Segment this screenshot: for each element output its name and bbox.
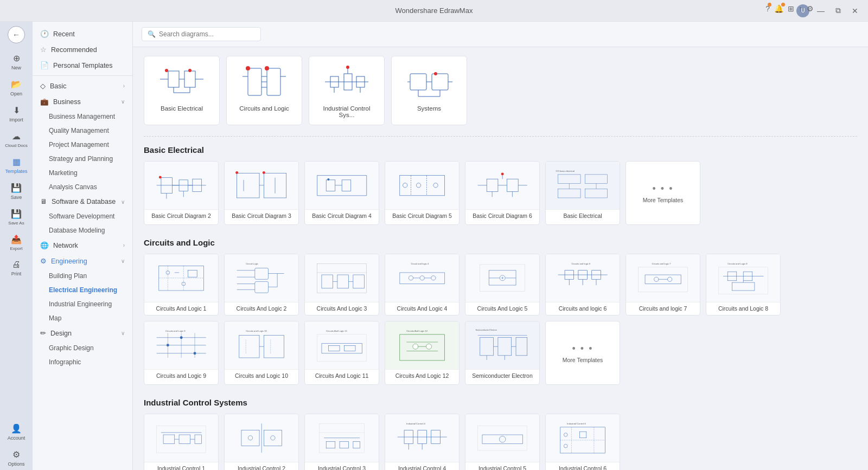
section-title-industrial: Industrial Control Systems: [144, 398, 857, 407]
nav-personal-templates[interactable]: 📄 Personal Templates: [33, 57, 132, 73]
nav-network-group[interactable]: 🌐 Network ›: [33, 237, 132, 253]
template-thumb-bcd2: [144, 162, 218, 209]
sidebar-item-options[interactable]: ⚙ Options: [0, 446, 33, 470]
template-card-cal10[interactable]: Circuits and Logic 10 Circuits and Logic…: [224, 321, 299, 385]
template-label-cal9: Circuits and Logic 9: [144, 369, 218, 382]
template-card-bcd5[interactable]: Basic Circuit Diagram 5: [385, 161, 459, 225]
back-button[interactable]: ←: [8, 26, 25, 43]
minimize-button[interactable]: —: [814, 5, 828, 16]
sidebar-item-account[interactable]: 👤 Account: [0, 420, 33, 444]
template-card-cal12[interactable]: Circuits And Logic 12 Circuits And Logic…: [385, 321, 459, 385]
sidebar-item-open[interactable]: 📂 Open: [0, 76, 33, 100]
template-card-bcd2[interactable]: Basic Circuit Diagram 2: [144, 161, 219, 225]
search-icon: 🔍: [148, 30, 156, 38]
template-card-be[interactable]: CO basic electrical Basic Electrical: [545, 161, 620, 225]
template-label-bcd2: Basic Circuit Diagram 2: [144, 209, 218, 222]
nav-database-modeling[interactable]: Database Modeling: [33, 223, 132, 237]
business-chevron: ∨: [121, 99, 125, 105]
category-card-systems[interactable]: Systems: [391, 56, 467, 125]
category-card-basic-electrical[interactable]: Basic Electrical: [144, 56, 220, 125]
app-body: ← ⊕ New 📂 Open ⬇ Import ☁ Cloud Docs ▦ T…: [0, 22, 868, 470]
svg-rect-57: [342, 180, 351, 191]
svg-point-141: [667, 277, 672, 281]
template-thumb-be: CO basic electrical: [546, 162, 620, 209]
nav-quality-management[interactable]: Quality Management: [33, 124, 132, 138]
nav-strategy-planning[interactable]: Strategy and Planning: [33, 152, 132, 166]
template-card-cal6[interactable]: Circuits and logic 6 Circuits and logic …: [545, 254, 620, 316]
sidebar-item-print[interactable]: 🖨 Print: [0, 256, 33, 280]
template-card-bcd3[interactable]: Basic Circuit Diagram 3: [224, 161, 299, 225]
close-button[interactable]: ✕: [848, 5, 861, 16]
sidebar-item-cloud[interactable]: ☁ Cloud Docs: [0, 128, 33, 151]
sidebar-item-saveas[interactable]: 💾 Save As: [0, 205, 33, 229]
nav-business-management[interactable]: Business Management: [33, 110, 132, 124]
template-card-bcd4[interactable]: Basic Circuit Diagram 4: [304, 161, 379, 225]
template-card-ics1[interactable]: Industrial Control 1: [144, 414, 219, 470]
maximize-button[interactable]: ⧉: [832, 5, 844, 16]
nav-recent[interactable]: 🕐 Recent: [33, 26, 132, 42]
template-card-semi[interactable]: Semiconducter Electron S: [465, 321, 540, 385]
template-card-ics6[interactable]: Industrial Control 6 Industrial Control …: [545, 414, 620, 470]
nav-project-management[interactable]: Project Management: [33, 138, 132, 152]
template-card-cal9[interactable]: Circuits and Logic 9: [144, 321, 219, 385]
recommended-icon: ☆: [40, 46, 47, 54]
template-card-bcd6[interactable]: Basic Circuit Diagram 6: [465, 161, 540, 225]
template-card-cal7[interactable]: Circuits and logic 7 Cir: [626, 254, 700, 316]
nav-engineering-group[interactable]: ⚙ Engineering ∨: [33, 253, 132, 269]
svg-rect-148: [732, 282, 754, 291]
sidebar-item-new[interactable]: ⊕ New: [0, 50, 33, 74]
svg-point-42: [159, 176, 162, 178]
template-card-cal2[interactable]: Circuit Logic: [224, 254, 299, 316]
template-card-cal4[interactable]: Circuit and logic 4: [385, 254, 459, 316]
svg-point-63: [403, 183, 407, 187]
design-icon: ✏: [40, 329, 46, 337]
template-label-ics3: Industrial Control 3: [305, 462, 379, 470]
category-label-basic-electrical: Basic Electrical: [161, 105, 203, 112]
sidebar-item-export[interactable]: 📤 Export: [0, 231, 33, 254]
category-label-industrial: Industrial Control Sys...: [316, 105, 378, 118]
category-card-industrial[interactable]: Industrial Control Sys...: [309, 56, 385, 125]
template-card-ics3[interactable]: Industrial Control 3: [304, 414, 379, 470]
nav-design-group[interactable]: ✏ Design ∨: [33, 325, 132, 341]
nav-industrial-engineering[interactable]: Industrial Engineering: [33, 297, 132, 311]
sidebar-item-save[interactable]: 💾 Save: [0, 179, 33, 203]
template-card-cal11[interactable]: Circuits And Logic 11 Circuits And Logic: [304, 321, 379, 385]
nav-map[interactable]: Map: [33, 311, 132, 325]
svg-rect-161: [239, 335, 259, 357]
design-chevron: ∨: [121, 330, 125, 336]
category-card-circuits-logic[interactable]: Circuits and Logic: [226, 56, 302, 125]
template-card-cal5[interactable]: Circuits And Logic 5: [465, 254, 540, 316]
more-templates-basic[interactable]: • • • More Templates: [626, 161, 700, 225]
category-label-systems: Systems: [417, 105, 441, 112]
template-card-cal8[interactable]: Circuits and Logic 8 Circuits and Logic …: [706, 254, 781, 316]
nav-software-group[interactable]: 🖥 Software & Database ∨: [33, 194, 132, 209]
svg-rect-78: [558, 189, 580, 198]
more-templates-circuits[interactable]: • • • More Templates: [545, 321, 620, 385]
search-input[interactable]: [159, 30, 255, 38]
template-card-ics4[interactable]: Industrial Control 4 Industrial Control …: [385, 414, 459, 470]
template-card-ics5[interactable]: Industrial Control 5: [465, 414, 540, 470]
sidebar-item-templates[interactable]: ▦ Templates: [0, 153, 33, 177]
nav-analysis-canvas[interactable]: Analysis Canvas: [33, 180, 132, 194]
nav-recommended[interactable]: ☆ Recommended: [33, 42, 132, 57]
svg-point-158: [180, 336, 183, 339]
nav-infographic[interactable]: Infographic: [33, 355, 132, 369]
nav-basic-group[interactable]: ◇ Basic ›: [33, 78, 132, 94]
sidebar-item-import[interactable]: ⬇ Import: [0, 102, 33, 126]
template-card-cal1[interactable]: Circuits And Logic 1: [144, 254, 219, 316]
template-thumb-ics5: [465, 414, 539, 462]
app-title: Wondershare EdrawMax: [395, 7, 473, 15]
nav-electrical-engineering[interactable]: Electrical Engineering: [33, 283, 132, 297]
nav-marketing[interactable]: Marketing: [33, 166, 132, 180]
template-card-cal3[interactable]: Circuits And Logic 3: [304, 254, 379, 316]
svg-text:Circuits And Logic 11: Circuits And Logic 11: [326, 330, 347, 332]
section-circuits-logic: Circuits and Logic: [144, 238, 857, 385]
nav-software-dev[interactable]: Software Development: [33, 209, 132, 223]
export-icon: 📤: [11, 234, 22, 244]
svg-rect-175: [400, 334, 445, 360]
nav-graphic-design[interactable]: Graphic Design: [33, 341, 132, 355]
template-card-ics2[interactable]: Industrial Control 2: [224, 414, 299, 470]
nav-building-plan[interactable]: Building Plan: [33, 269, 132, 283]
nav-business-group[interactable]: 💼 Business ∨: [33, 94, 132, 110]
template-thumb-cal10: Circuits and Logic 10: [225, 321, 298, 369]
